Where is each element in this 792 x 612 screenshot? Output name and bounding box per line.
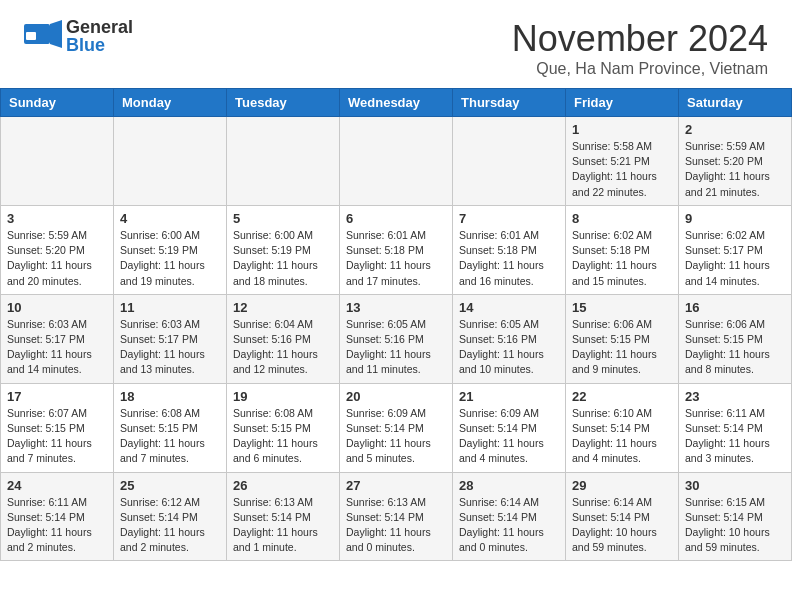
- day-info: Sunrise: 6:14 AM Sunset: 5:14 PM Dayligh…: [459, 495, 559, 556]
- day-info: Sunrise: 6:04 AM Sunset: 5:16 PM Dayligh…: [233, 317, 333, 378]
- day-info: Sunrise: 6:08 AM Sunset: 5:15 PM Dayligh…: [233, 406, 333, 467]
- week-row-1: 1Sunrise: 5:58 AM Sunset: 5:21 PM Daylig…: [1, 117, 792, 206]
- weekday-header-saturday: Saturday: [679, 89, 792, 117]
- day-info: Sunrise: 6:09 AM Sunset: 5:14 PM Dayligh…: [459, 406, 559, 467]
- day-number: 1: [572, 122, 672, 137]
- day-info: Sunrise: 6:09 AM Sunset: 5:14 PM Dayligh…: [346, 406, 446, 467]
- calendar: SundayMondayTuesdayWednesdayThursdayFrid…: [0, 88, 792, 561]
- day-number: 14: [459, 300, 559, 315]
- day-info: Sunrise: 6:11 AM Sunset: 5:14 PM Dayligh…: [7, 495, 107, 556]
- day-info: Sunrise: 6:03 AM Sunset: 5:17 PM Dayligh…: [120, 317, 220, 378]
- day-cell: 16Sunrise: 6:06 AM Sunset: 5:15 PM Dayli…: [679, 294, 792, 383]
- day-number: 6: [346, 211, 446, 226]
- weekday-header-sunday: Sunday: [1, 89, 114, 117]
- day-cell: [340, 117, 453, 206]
- day-number: 16: [685, 300, 785, 315]
- day-info: Sunrise: 6:01 AM Sunset: 5:18 PM Dayligh…: [459, 228, 559, 289]
- day-cell: 13Sunrise: 6:05 AM Sunset: 5:16 PM Dayli…: [340, 294, 453, 383]
- logo-blue: Blue: [66, 36, 133, 54]
- day-number: 25: [120, 478, 220, 493]
- day-cell: 19Sunrise: 6:08 AM Sunset: 5:15 PM Dayli…: [227, 383, 340, 472]
- weekday-header-thursday: Thursday: [453, 89, 566, 117]
- day-info: Sunrise: 6:05 AM Sunset: 5:16 PM Dayligh…: [459, 317, 559, 378]
- weekday-header-friday: Friday: [566, 89, 679, 117]
- day-number: 5: [233, 211, 333, 226]
- day-info: Sunrise: 6:10 AM Sunset: 5:14 PM Dayligh…: [572, 406, 672, 467]
- day-number: 22: [572, 389, 672, 404]
- day-cell: 24Sunrise: 6:11 AM Sunset: 5:14 PM Dayli…: [1, 472, 114, 561]
- title-block: November 2024 Que, Ha Nam Province, Viet…: [512, 18, 768, 78]
- day-cell: 9Sunrise: 6:02 AM Sunset: 5:17 PM Daylig…: [679, 205, 792, 294]
- day-cell: 26Sunrise: 6:13 AM Sunset: 5:14 PM Dayli…: [227, 472, 340, 561]
- month-title: November 2024: [512, 18, 768, 60]
- day-number: 7: [459, 211, 559, 226]
- day-info: Sunrise: 6:13 AM Sunset: 5:14 PM Dayligh…: [346, 495, 446, 556]
- day-cell: 2Sunrise: 5:59 AM Sunset: 5:20 PM Daylig…: [679, 117, 792, 206]
- day-number: 27: [346, 478, 446, 493]
- day-info: Sunrise: 6:15 AM Sunset: 5:14 PM Dayligh…: [685, 495, 785, 556]
- week-row-2: 3Sunrise: 5:59 AM Sunset: 5:20 PM Daylig…: [1, 205, 792, 294]
- day-number: 13: [346, 300, 446, 315]
- weekday-header-row: SundayMondayTuesdayWednesdayThursdayFrid…: [1, 89, 792, 117]
- logo: General Blue: [24, 18, 133, 54]
- day-number: 10: [7, 300, 107, 315]
- day-info: Sunrise: 6:00 AM Sunset: 5:19 PM Dayligh…: [120, 228, 220, 289]
- day-number: 21: [459, 389, 559, 404]
- day-cell: 29Sunrise: 6:14 AM Sunset: 5:14 PM Dayli…: [566, 472, 679, 561]
- logo-general: General: [66, 18, 133, 36]
- day-cell: 25Sunrise: 6:12 AM Sunset: 5:14 PM Dayli…: [114, 472, 227, 561]
- day-cell: 4Sunrise: 6:00 AM Sunset: 5:19 PM Daylig…: [114, 205, 227, 294]
- day-cell: 7Sunrise: 6:01 AM Sunset: 5:18 PM Daylig…: [453, 205, 566, 294]
- weekday-header-monday: Monday: [114, 89, 227, 117]
- day-cell: 27Sunrise: 6:13 AM Sunset: 5:14 PM Dayli…: [340, 472, 453, 561]
- svg-rect-2: [26, 32, 36, 40]
- day-info: Sunrise: 6:02 AM Sunset: 5:18 PM Dayligh…: [572, 228, 672, 289]
- week-row-5: 24Sunrise: 6:11 AM Sunset: 5:14 PM Dayli…: [1, 472, 792, 561]
- day-info: Sunrise: 6:00 AM Sunset: 5:19 PM Dayligh…: [233, 228, 333, 289]
- day-info: Sunrise: 6:01 AM Sunset: 5:18 PM Dayligh…: [346, 228, 446, 289]
- day-info: Sunrise: 6:14 AM Sunset: 5:14 PM Dayligh…: [572, 495, 672, 556]
- day-cell: 30Sunrise: 6:15 AM Sunset: 5:14 PM Dayli…: [679, 472, 792, 561]
- day-cell: [453, 117, 566, 206]
- day-cell: 20Sunrise: 6:09 AM Sunset: 5:14 PM Dayli…: [340, 383, 453, 472]
- day-number: 29: [572, 478, 672, 493]
- day-cell: 5Sunrise: 6:00 AM Sunset: 5:19 PM Daylig…: [227, 205, 340, 294]
- day-info: Sunrise: 5:58 AM Sunset: 5:21 PM Dayligh…: [572, 139, 672, 200]
- day-info: Sunrise: 5:59 AM Sunset: 5:20 PM Dayligh…: [685, 139, 785, 200]
- location: Que, Ha Nam Province, Vietnam: [512, 60, 768, 78]
- day-cell: 1Sunrise: 5:58 AM Sunset: 5:21 PM Daylig…: [566, 117, 679, 206]
- day-number: 15: [572, 300, 672, 315]
- day-number: 20: [346, 389, 446, 404]
- day-info: Sunrise: 6:08 AM Sunset: 5:15 PM Dayligh…: [120, 406, 220, 467]
- svg-marker-1: [50, 20, 62, 48]
- day-info: Sunrise: 6:06 AM Sunset: 5:15 PM Dayligh…: [685, 317, 785, 378]
- day-number: 19: [233, 389, 333, 404]
- day-cell: 10Sunrise: 6:03 AM Sunset: 5:17 PM Dayli…: [1, 294, 114, 383]
- day-number: 24: [7, 478, 107, 493]
- day-cell: 12Sunrise: 6:04 AM Sunset: 5:16 PM Dayli…: [227, 294, 340, 383]
- day-cell: [1, 117, 114, 206]
- day-number: 26: [233, 478, 333, 493]
- day-cell: 3Sunrise: 5:59 AM Sunset: 5:20 PM Daylig…: [1, 205, 114, 294]
- day-info: Sunrise: 5:59 AM Sunset: 5:20 PM Dayligh…: [7, 228, 107, 289]
- day-cell: 15Sunrise: 6:06 AM Sunset: 5:15 PM Dayli…: [566, 294, 679, 383]
- day-cell: [114, 117, 227, 206]
- day-number: 30: [685, 478, 785, 493]
- day-info: Sunrise: 6:06 AM Sunset: 5:15 PM Dayligh…: [572, 317, 672, 378]
- day-cell: 14Sunrise: 6:05 AM Sunset: 5:16 PM Dayli…: [453, 294, 566, 383]
- day-number: 17: [7, 389, 107, 404]
- day-cell: 22Sunrise: 6:10 AM Sunset: 5:14 PM Dayli…: [566, 383, 679, 472]
- day-number: 3: [7, 211, 107, 226]
- day-info: Sunrise: 6:07 AM Sunset: 5:15 PM Dayligh…: [7, 406, 107, 467]
- day-cell: 28Sunrise: 6:14 AM Sunset: 5:14 PM Dayli…: [453, 472, 566, 561]
- day-info: Sunrise: 6:05 AM Sunset: 5:16 PM Dayligh…: [346, 317, 446, 378]
- day-number: 4: [120, 211, 220, 226]
- day-number: 23: [685, 389, 785, 404]
- day-cell: 21Sunrise: 6:09 AM Sunset: 5:14 PM Dayli…: [453, 383, 566, 472]
- weekday-header-wednesday: Wednesday: [340, 89, 453, 117]
- day-cell: 6Sunrise: 6:01 AM Sunset: 5:18 PM Daylig…: [340, 205, 453, 294]
- day-cell: 23Sunrise: 6:11 AM Sunset: 5:14 PM Dayli…: [679, 383, 792, 472]
- page-header: General Blue November 2024 Que, Ha Nam P…: [0, 0, 792, 88]
- day-number: 9: [685, 211, 785, 226]
- week-row-3: 10Sunrise: 6:03 AM Sunset: 5:17 PM Dayli…: [1, 294, 792, 383]
